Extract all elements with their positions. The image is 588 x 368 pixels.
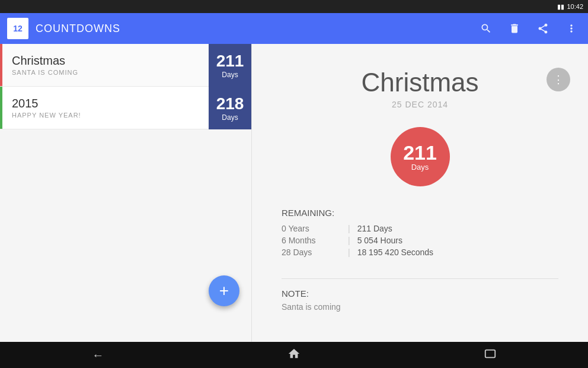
svg-rect-0 (485, 350, 495, 357)
status-icons: ▮▮ 10:42 (557, 3, 583, 11)
remaining-hours: 5 054 Hours (357, 236, 402, 245)
more-button[interactable] (562, 19, 581, 38)
newyear-subtitle: HAPPY NEW YEAR! (12, 112, 199, 119)
christmas-title: Christmas (12, 54, 199, 68)
time-display: 10:42 (567, 3, 583, 10)
battery-icon: ▮▮ (557, 3, 564, 11)
remaining-title: REMAINING: (282, 208, 558, 218)
remaining-divider-2: | (348, 248, 350, 257)
bottom-nav: ← (0, 342, 588, 368)
christmas-accent (0, 44, 2, 86)
right-panel: Christmas 25 DEC 2014 211 Days REMAINING… (252, 44, 588, 342)
newyear-days-label: Days (222, 113, 238, 122)
recent-button[interactable] (472, 342, 508, 368)
divider-line (282, 278, 558, 279)
recent-icon (484, 347, 497, 363)
newyear-accent (0, 87, 2, 129)
christmas-subtitle: SANTA IS COMING (12, 69, 199, 76)
remaining-days-label: 28 Days (282, 248, 341, 257)
note-section: NOTE: Santa is coming (282, 288, 558, 312)
remaining-months: 6 Months (282, 236, 341, 245)
app-bar-icons (477, 19, 581, 38)
newyear-badge: 218 Days (209, 87, 251, 129)
share-button[interactable] (533, 19, 552, 38)
add-fab-button[interactable]: + (209, 275, 239, 306)
remaining-days: 211 Days (357, 224, 392, 233)
newyear-text: 2015 HAPPY NEW YEAR! (0, 97, 209, 119)
remaining-seconds: 18 195 420 Seconds (357, 248, 433, 257)
christmas-days-number: 211 (216, 52, 244, 71)
newyear-days-number: 218 (216, 94, 244, 113)
circle-days-number: 211 (403, 142, 437, 163)
days-circle: 211 Days (391, 127, 450, 186)
remaining-table: 0 Years | 211 Days 6 Months | 5 054 Hour… (282, 224, 558, 257)
remaining-section: REMAINING: 0 Years | 211 Days 6 Months |… (282, 208, 558, 257)
remaining-row-2: 28 Days | 18 195 420 Seconds (282, 248, 558, 257)
detail-date: 25 DEC 2014 (282, 100, 558, 109)
app-title: COUNTDOWNS (36, 23, 469, 35)
detail-title: Christmas (282, 68, 558, 97)
search-button[interactable] (477, 19, 496, 38)
remaining-years: 0 Years (282, 224, 341, 233)
home-button[interactable] (276, 342, 312, 368)
circle-days-label: Days (411, 163, 429, 172)
status-bar: ▮▮ 10:42 (0, 0, 588, 13)
remaining-divider-0: | (348, 224, 350, 233)
detail-more-button[interactable]: ⋮ (547, 68, 570, 91)
list-item[interactable]: 2015 HAPPY NEW YEAR! 218 Days (0, 87, 251, 129)
christmas-badge: 211 Days (209, 44, 251, 87)
remaining-divider-1: | (348, 236, 350, 245)
note-text: Santa is coming (282, 302, 558, 312)
back-button[interactable]: ← (80, 342, 116, 368)
christmas-text: Christmas SANTA IS COMING (0, 54, 209, 76)
delete-button[interactable] (505, 19, 524, 38)
dots-icon: ⋮ (553, 73, 564, 86)
note-title: NOTE: (282, 288, 558, 299)
app-bar: 12 COUNTDOWNS (0, 13, 588, 44)
left-panel: Christmas SANTA IS COMING 211 Days 2015 … (0, 44, 252, 342)
home-icon (287, 347, 301, 363)
add-icon: + (219, 281, 229, 300)
app-logo: 12 (7, 18, 28, 39)
list-item[interactable]: Christmas SANTA IS COMING 211 Days (0, 44, 251, 87)
back-icon: ← (92, 348, 104, 362)
remaining-row-1: 6 Months | 5 054 Hours (282, 236, 558, 245)
christmas-days-label: Days (222, 71, 238, 79)
newyear-title: 2015 (12, 97, 199, 110)
main-content: Christmas SANTA IS COMING 211 Days 2015 … (0, 44, 588, 342)
remaining-row-0: 0 Years | 211 Days (282, 224, 558, 233)
